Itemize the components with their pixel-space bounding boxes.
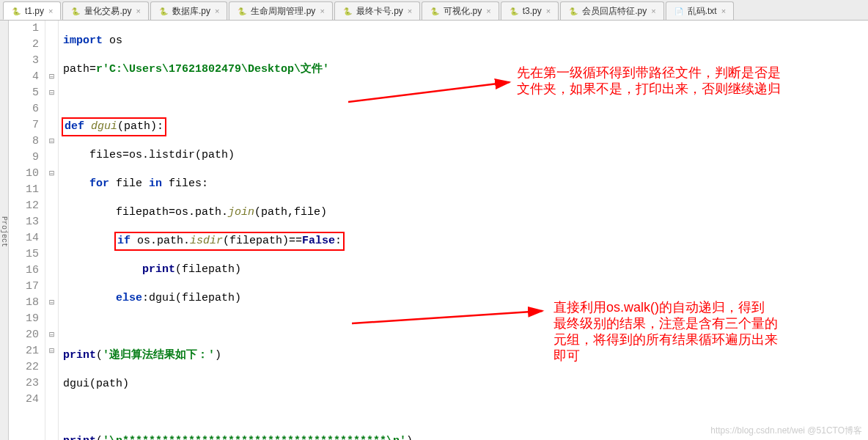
watermark: https://blog.csdn.net/wei @51CTO博客 (710, 425, 862, 437)
svg-line-1 (352, 311, 542, 323)
close-icon[interactable]: × (721, 7, 726, 15)
tab-card[interactable]: 最终卡号.py× (334, 1, 420, 20)
annotation-1: 先在第一级循环得到带路径文件，判断是否是 文件夹，如果不是，打印出来，否则继续递… (517, 65, 781, 81)
close-icon[interactable]: × (486, 7, 490, 15)
project-sidebar[interactable]: Project (0, 21, 9, 440)
tab-label: 可视化.py (444, 5, 482, 18)
code-editor[interactable]: 123456789101112131415161718192021222324 … (9, 21, 868, 440)
tab-life[interactable]: 生命周期管理.py× (229, 1, 332, 20)
call-dgui: dgui(path) (63, 378, 129, 390)
python-icon (11, 6, 21, 16)
tab-quant[interactable]: 量化交易.py× (62, 1, 148, 20)
annotation-2: 直接利用os.walk()的自动递归，得到 最终级别的结果，注意是含有三个量的 … (553, 299, 778, 315)
tab-label: t1.py (25, 6, 44, 16)
arrow-1 (348, 76, 517, 106)
close-icon[interactable]: × (136, 7, 140, 15)
python-icon (158, 6, 169, 16)
line-gutter: 123456789101112131415161718192021222324 (9, 21, 45, 440)
close-icon[interactable]: × (48, 7, 53, 15)
tab-label: 数据库.py (172, 5, 210, 18)
tab-vis[interactable]: 可视化.py× (422, 1, 499, 20)
tab-label: 生命周期管理.py (251, 5, 315, 18)
kw-if: if (117, 235, 130, 247)
fn-print: print (63, 435, 96, 440)
python-icon (342, 6, 353, 16)
fn-print: print (142, 263, 175, 276)
fn-print: print (63, 349, 96, 362)
fn-isdir: isdir (190, 235, 223, 247)
call-listdir: os.listdir (129, 149, 195, 161)
tab-t1[interactable]: t1.py× (3, 1, 61, 20)
kw-in: in (149, 177, 162, 190)
python-icon (237, 6, 247, 16)
code-area[interactable]: import os path=r'C:\Users\17621802479\De… (59, 21, 868, 440)
var-path: path (63, 63, 89, 76)
tab-label: 会员回店特征.py (582, 5, 647, 18)
module-os: os (103, 34, 122, 47)
close-icon[interactable]: × (651, 7, 655, 15)
str-sep: '\n*************************************… (103, 435, 406, 440)
tab-label: t3.py (523, 6, 542, 16)
highlight-if-isdir: if os.path.isdir(filepath)==False: (114, 232, 345, 251)
tab-bar: t1.py× 量化交易.py× 数据库.py× 生命周期管理.py× 最终卡号.… (0, 0, 868, 21)
var-files: files (89, 149, 122, 161)
fn-dgui: dgui (84, 120, 117, 133)
kw-def: def (65, 120, 84, 133)
tab-db[interactable]: 数据库.py× (150, 1, 227, 20)
svg-line-0 (348, 82, 510, 102)
python-icon (568, 6, 578, 16)
close-icon[interactable]: × (546, 7, 551, 15)
python-icon (70, 6, 81, 16)
fold-gutter[interactable]: ⊟⊟⊟⊟⊟⊟⊟ (45, 21, 59, 440)
highlight-def-dgui: def dgui(path): (62, 117, 166, 136)
tab-label: 最终卡号.py (356, 5, 403, 18)
tab-member[interactable]: 会员回店特征.py× (560, 1, 663, 20)
kw-for: for (89, 177, 109, 190)
fn-join: join (228, 206, 254, 219)
close-icon[interactable]: × (215, 7, 219, 15)
kw-false: False (302, 235, 335, 247)
kw-import: import (63, 34, 103, 47)
text-icon (674, 6, 684, 16)
tab-label: 量化交易.py (84, 5, 131, 18)
close-icon[interactable]: × (320, 7, 324, 15)
python-icon (430, 6, 440, 16)
tab-txt[interactable]: 乱码.txt× (666, 1, 734, 20)
sig: (path): (117, 120, 163, 133)
var-filepath: filepath (116, 206, 169, 219)
python-icon (509, 6, 519, 16)
tab-t3[interactable]: t3.py× (501, 1, 559, 20)
kw-else: else (116, 292, 142, 304)
op-eq: = (89, 63, 96, 76)
str-res1: '递归算法结果如下：' (103, 349, 215, 362)
close-icon[interactable]: × (408, 7, 412, 15)
tab-label: 乱码.txt (688, 5, 717, 18)
str-path: r'C:\Users\17621802479\Desktop\文件' (96, 63, 329, 76)
arrow-2 (352, 305, 550, 327)
